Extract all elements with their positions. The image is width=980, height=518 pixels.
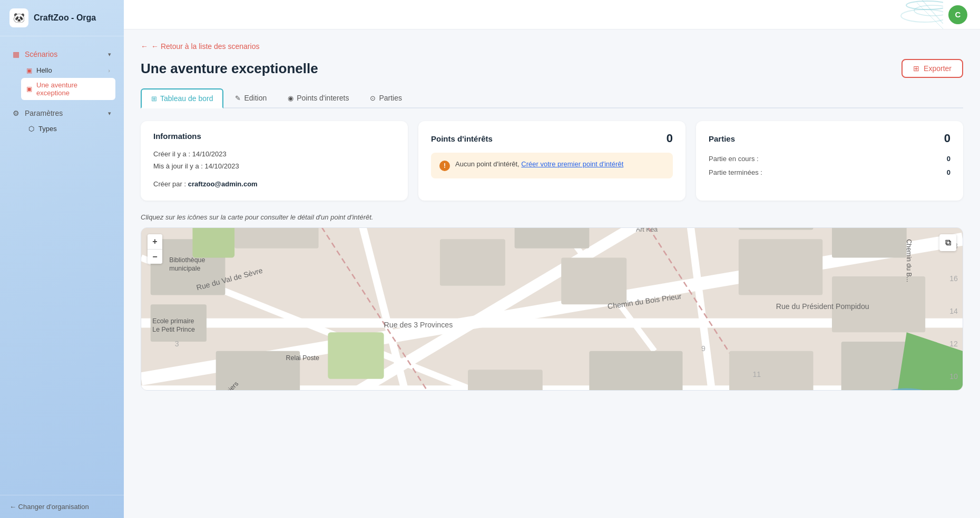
- map-svg: Rue du Val de Sèvre Rue des 3 Provinces …: [141, 228, 963, 390]
- tab-parties-icon: ⊙: [370, 94, 376, 102]
- change-org-button[interactable]: ← Changer d'organisation: [9, 503, 114, 511]
- main-content: C ← ← Retour à la liste des scenarios Un…: [124, 0, 980, 518]
- svg-rect-25: [739, 239, 822, 295]
- scenarios-section-header[interactable]: ▦ Scénarios ▾: [8, 47, 115, 62]
- info-card: Informations Créer il y a : 14/10/2023 M…: [141, 121, 408, 201]
- info-creator-row: Créer par : craftzoo@admin.com: [153, 178, 395, 190]
- tab-points-interets[interactable]: ◉ Points d'interets: [278, 88, 358, 108]
- info-updated-row: Mis à jour il y a : 14/10/2023: [153, 160, 395, 172]
- svg-text:Relai Poste: Relai Poste: [286, 355, 319, 362]
- svg-text:Bibliothèque: Bibliothèque: [169, 257, 205, 264]
- svg-text:Le Petit Prince: Le Petit Prince: [152, 326, 195, 333]
- sidebar-nav: ▦ Scénarios ▾ ▣ Hello › ▣ Une aventure e…: [0, 36, 124, 495]
- svg-rect-30: [589, 351, 682, 390]
- params-chevron: ▾: [108, 110, 111, 117]
- sidebar-header: 🐼 CraftZoo - Orga: [0, 0, 124, 36]
- info-card-body: Créer il y a : 14/10/2023 Mis à jour il …: [153, 148, 395, 190]
- sidebar-item-types-label: Types: [38, 125, 57, 133]
- svg-text:municipale: municipale: [169, 265, 200, 273]
- svg-text:9: 9: [701, 344, 705, 353]
- svg-text:Chemin du B...: Chemin du B...: [905, 239, 913, 282]
- sidebar-item-adventure[interactable]: ▣ Une aventure exceptione: [21, 78, 115, 100]
- adventure-icon: ▣: [26, 85, 32, 93]
- tab-edition[interactable]: ✎ Edition: [226, 88, 276, 108]
- tab-edition-label: Edition: [244, 94, 267, 102]
- map-zoom-out[interactable]: −: [148, 249, 162, 264]
- svg-rect-21: [440, 239, 505, 286]
- map-zoom-controls: + −: [148, 234, 162, 264]
- map-container[interactable]: Rue du Val de Sèvre Rue des 3 Provinces …: [141, 227, 963, 391]
- scenarios-chevron: ▾: [108, 51, 111, 58]
- app-logo: 🐼: [9, 8, 28, 27]
- poi-card-title: Points d'intérêts: [431, 134, 493, 143]
- layers-icon: ⧉: [945, 238, 951, 247]
- hello-chevron: ›: [108, 67, 110, 74]
- info-updated-value: 14/10/2023: [205, 162, 239, 170]
- hello-icon: ▣: [26, 67, 32, 74]
- svg-rect-23: [561, 258, 626, 305]
- svg-rect-31: [468, 370, 543, 390]
- tab-parties[interactable]: ⊙ Parties: [360, 88, 411, 108]
- parties-card-body: Partie en cours : 0 Partie terminées : 0: [709, 153, 950, 179]
- parties-card-header: Parties 0: [709, 132, 950, 145]
- svg-line-4: [922, 0, 943, 24]
- svg-text:3: 3: [175, 340, 179, 348]
- svg-text:14: 14: [949, 307, 958, 315]
- sidebar-item-hello[interactable]: ▣ Hello ›: [21, 63, 115, 77]
- cards-row: Informations Créer il y a : 14/10/2023 M…: [141, 121, 963, 201]
- params-label: Paramètres: [25, 109, 63, 117]
- info-created-value: 14/10/2023: [192, 150, 227, 158]
- svg-rect-34: [192, 228, 234, 258]
- svg-text:Ecole primaire: Ecole primaire: [152, 317, 194, 325]
- tab-edition-icon: ✎: [235, 94, 241, 102]
- params-section: ⚙ Paramètres ▾ ⬡ Types: [0, 104, 124, 139]
- scenarios-section: ▦ Scénarios ▾ ▣ Hello › ▣ Une aventure e…: [0, 43, 124, 104]
- page-title: Une aventure exceptionelle: [141, 61, 318, 77]
- params-section-header[interactable]: ⚙ Paramètres ▾: [8, 106, 115, 121]
- change-org-label: ← Changer d'organisation: [9, 503, 89, 511]
- svg-text:10: 10: [949, 372, 958, 381]
- map-zoom-in[interactable]: +: [148, 234, 162, 249]
- info-created-row: Créer il y a : 14/10/2023: [153, 148, 395, 160]
- tab-tableau-icon: ⊞: [151, 95, 157, 103]
- parties-card-title: Parties: [709, 134, 735, 143]
- back-arrow-icon: ←: [141, 42, 148, 51]
- tab-tableau-de-bord[interactable]: ⊞ Tableau de bord: [141, 88, 223, 108]
- parties-in-progress-row: Partie en cours : 0: [709, 153, 950, 165]
- info-updated-label: Mis à jour il y a :: [153, 162, 203, 170]
- app-title: CraftZoo - Orga: [34, 13, 96, 23]
- parties-finished-label: Partie terminées :: [709, 166, 762, 178]
- user-avatar[interactable]: C: [948, 5, 967, 24]
- parties-count: 0: [944, 132, 950, 145]
- page-header: Une aventure exceptionelle ⊞ Exporter: [141, 59, 963, 78]
- svg-text:Rue du Président Pompidou: Rue du Président Pompidou: [776, 302, 869, 311]
- tab-poi-icon: ◉: [288, 94, 293, 102]
- map-layers-button[interactable]: ⧉: [939, 234, 956, 251]
- poi-alert-label: Aucun point d'intérêt,: [455, 160, 520, 168]
- sidebar: 🐼 CraftZoo - Orga ▦ Scénarios ▾ ▣ Hello …: [0, 0, 124, 518]
- info-creator-value: craftzoo@admin.com: [188, 180, 258, 188]
- types-icon: ⬡: [28, 125, 34, 133]
- info-creator-label: Créer par :: [153, 180, 186, 188]
- info-created-label: Créer il y a :: [153, 150, 190, 158]
- export-button[interactable]: ⊞ Exporter: [901, 59, 963, 78]
- poi-alert-text: Aucun point d'intérêt, Créer votre premi…: [455, 160, 623, 168]
- sidebar-item-types[interactable]: ⬡ Types: [23, 122, 115, 136]
- parties-in-progress-label: Partie en cours :: [709, 153, 759, 165]
- tab-tableau-label: Tableau de bord: [160, 94, 213, 103]
- svg-rect-24: [739, 228, 814, 230]
- poi-card-header: Points d'intérêts 0: [431, 132, 673, 145]
- poi-count: 0: [667, 132, 673, 145]
- back-link[interactable]: ← ← Retour à la liste des scenarios: [141, 42, 963, 51]
- map-hint: Cliquez sur les icônes sur la carte pour…: [141, 213, 963, 221]
- topbar-decoration: [880, 0, 943, 29]
- svg-text:Art Kéa: Art Kéa: [636, 228, 658, 233]
- svg-rect-19: [234, 228, 318, 248]
- svg-text:12: 12: [949, 340, 958, 348]
- parties-card: Parties 0 Partie en cours : 0 Partie ter…: [696, 121, 963, 201]
- info-card-header: Informations: [153, 132, 395, 141]
- parties-finished-row: Partie terminées : 0: [709, 166, 950, 178]
- poi-card: Points d'intérêts 0 ! Aucun point d'inté…: [418, 121, 685, 201]
- poi-create-link[interactable]: Créer votre premier point d'intérêt: [521, 160, 623, 168]
- export-icon: ⊞: [913, 64, 919, 73]
